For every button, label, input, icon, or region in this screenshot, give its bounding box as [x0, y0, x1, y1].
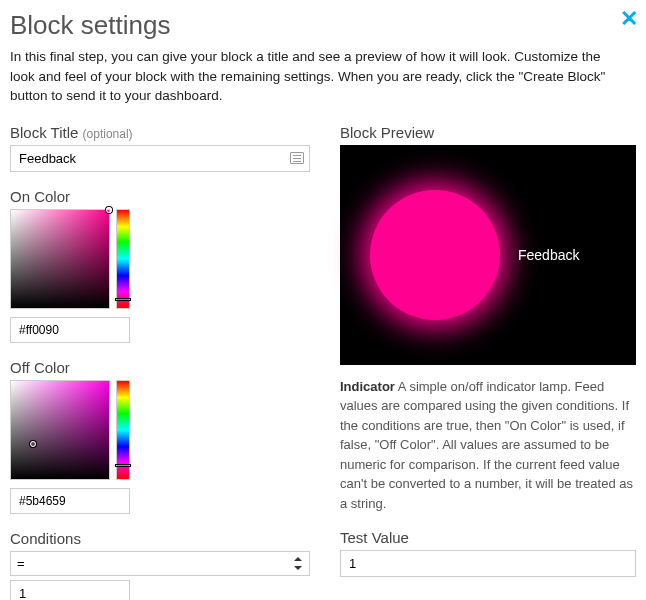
block-title-optional: (optional) [83, 127, 133, 141]
block-title-label: Block Title (optional) [10, 124, 310, 141]
indicator-description-title: Indicator [340, 379, 395, 394]
on-color-cursor[interactable] [106, 207, 112, 213]
conditions-operator-select[interactable]: = [10, 551, 310, 576]
block-preview-label: Block Preview [340, 124, 636, 141]
off-color-cursor[interactable] [30, 441, 36, 447]
conditions-value-input[interactable] [10, 580, 130, 600]
close-icon[interactable]: ✕ [620, 6, 638, 32]
on-color-hex-input[interactable] [10, 317, 130, 343]
indicator-description-body: A simple on/off indicator lamp. Feed val… [340, 379, 633, 511]
block-title-input[interactable] [10, 145, 310, 172]
test-value-label: Test Value [340, 529, 636, 546]
on-color-satval-picker[interactable] [10, 209, 110, 309]
conditions-label: Conditions [10, 530, 310, 547]
indicator-description: Indicator A simple on/off indicator lamp… [340, 377, 636, 514]
test-value-input[interactable] [340, 550, 636, 577]
preview-lamp [370, 190, 500, 320]
off-color-hex-input[interactable] [10, 488, 130, 514]
page-title: Block settings [10, 10, 636, 41]
preview-lamp-label: Feedback [518, 247, 579, 263]
off-color-hue-slider[interactable] [116, 380, 130, 480]
block-title-label-text: Block Title [10, 124, 78, 141]
off-color-satval-picker[interactable] [10, 380, 110, 480]
intro-text: In this final step, you can give your bl… [10, 47, 620, 106]
on-color-label: On Color [10, 188, 310, 205]
block-preview: Feedback [340, 145, 636, 365]
off-color-hue-cursor[interactable] [115, 464, 131, 467]
on-color-hue-cursor[interactable] [115, 298, 131, 301]
off-color-label: Off Color [10, 359, 310, 376]
form-icon [290, 152, 304, 164]
on-color-hue-slider[interactable] [116, 209, 130, 309]
